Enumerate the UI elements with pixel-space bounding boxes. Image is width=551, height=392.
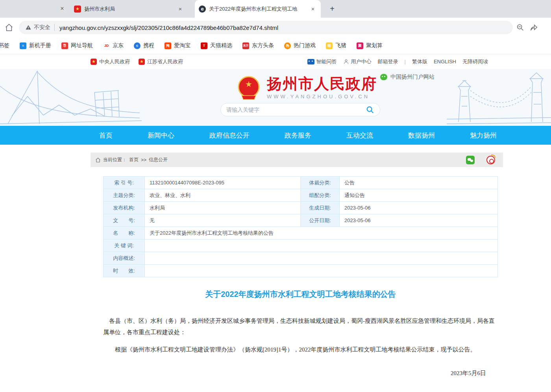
meta-value [145,252,498,265]
gov-emblem-icon: ★ [91,59,97,65]
bookmark-item[interactable]: 猪 飞猪 [326,42,346,49]
bookmark-item[interactable]: c 携程 [134,42,154,49]
home-icon[interactable] [5,23,13,32]
link-label: 中央人民政府 [99,58,130,65]
breadcrumb-current[interactable]: 信息公开 [149,156,168,163]
breadcrumb-home[interactable]: 首页 [129,156,139,163]
nav-item-services[interactable]: 政务服务 [285,131,311,140]
meta-label: 文 号: [104,214,145,227]
home-icon [95,157,101,163]
close-icon[interactable]: × [309,5,317,13]
new-tab-button[interactable]: + [327,3,338,14]
link-traditional[interactable]: 繁体版 [412,58,427,65]
browser-address-bar: 不安全 yangzhou.gov.cn/yzszxxgk/slj/202305/… [0,18,551,37]
meta-label: 组配分类: [301,189,340,202]
bridge-artwork-left [0,69,142,126]
bookmark-item[interactable]: 热 热门游戏 [284,42,316,49]
meta-value [145,239,498,252]
site-logo[interactable]: ★ 扬州市人民政府 WWW.YANGZHOU.GOV.CN [236,75,377,100]
link-central-gov[interactable]: ★ 中央人民政府 [91,58,130,65]
table-row: 名 称: 关于2022年度扬州市水利工程文明工地考核结果的公告 [104,227,498,239]
wechat-share-icon[interactable] [466,156,475,164]
wechat-icon [380,74,387,80]
meta-value: 2023-05-06 [340,214,498,227]
bookmark-label: 网址导航 [71,42,93,49]
gov-emblem-icon: ★ [139,59,145,65]
nav-item-charm[interactable]: 魅力扬州 [470,131,497,140]
national-emblem-icon: ★ [236,75,261,100]
bookmark-item[interactable]: JD 京东 [103,42,124,49]
search-icon[interactable] [366,105,374,114]
ctrip-icon: c [134,42,141,49]
nav-item-news[interactable]: 新闻中心 [148,131,174,140]
link-label: 江苏省人民政府 [147,58,183,65]
bookmark-item[interactable]: 聚 聚划算 [357,42,383,49]
bookmark-item[interactable]: 淘 爱淘宝 [165,42,190,49]
bookmark-item[interactable]: ≡ 新机手册 [20,42,51,49]
meta-value: 农业、林业、水利 [145,189,301,202]
close-icon[interactable]: × [176,5,184,13]
bookmark-label: 东方头条 [252,42,274,49]
meta-value: 公告 [340,177,498,189]
meta-value: 无 [145,214,301,227]
article-body: 关于2022年度扬州市水利工程文明工地考核结果的公告 各县（市、区）水利（务）局… [103,289,498,392]
meta-value: 关于2022年度扬州市水利工程文明工地考核结果的公告 [145,227,498,239]
meta-label: 发布机构: [104,202,145,214]
zoom-out-icon[interactable] [516,23,525,32]
meta-label: 索 引 号: [104,177,145,189]
bookmark-item[interactable]: 机书签 [0,42,9,49]
manual-icon: ≡ [20,42,26,49]
taobao-icon: 淘 [165,42,171,49]
article-date: 2023年5月6日 [103,370,498,377]
site-url: WWW.YANGZHOU.GOV.CN [267,94,377,99]
link-jiangsu-gov[interactable]: ★ 江苏省人民政府 [139,58,183,65]
site-utility-bar: ★ 中央人民政府 ★ 江苏省人民政府 智能问答 用户中心 邮箱登录 | 繁体版 … [0,54,551,69]
article-paragraph: 根据《扬州市水利工程文明工地建设管理办法》（扬水规[2019]1号），2022年… [103,344,498,355]
meta-label: 时 效: [104,265,145,277]
browser-tab-strip: × ★ 扬州市水利局 × e 关于2022年度扬州市水利工程文明工地 × + [0,0,551,18]
table-row: 主题分类: 农业、林业、水利 组配分类: 通知公告 [104,189,498,202]
eastday-icon: 东方 [242,42,249,49]
url-omnibox[interactable]: 不安全 yangzhou.gov.cn/yzszxxgk/slj/202305/… [19,21,513,34]
link-user-center[interactable]: 用户中心 [343,58,372,65]
bookmark-item[interactable]: T 天猫精选 [201,42,232,49]
meta-label: 名 称: [104,227,145,239]
close-icon[interactable]: × [58,5,66,13]
link-english[interactable]: ENGLISH [434,59,456,64]
url-text[interactable]: yangzhou.gov.cn/yzszxxgk/slj/202305/210c… [59,24,278,31]
meta-label: 生成日期: [301,202,340,214]
juhuasuan-icon: 聚 [357,42,363,49]
meta-value: 通知公告 [340,189,498,202]
security-status[interactable]: 不安全 [34,24,55,31]
bookmark-item[interactable]: 东方 东方头条 [242,42,274,49]
portal-link[interactable]: 中国扬州门户网站 [380,74,435,81]
link-accessibility[interactable]: 无障碍阅读 [462,58,488,65]
nav-item-interaction[interactable]: 互动交流 [346,131,373,140]
nav-item-home[interactable]: 首页 [99,131,113,140]
table-row: 时 效: [104,265,498,277]
portal-label: 中国扬州门户网站 [390,74,435,81]
bridge-artwork-right [447,69,551,126]
meta-value: 2023-05-06 [340,202,498,214]
site-favicon-icon: e [199,6,206,13]
site-banner: ★ 扬州市人民政府 WWW.YANGZHOU.GOV.CN 中国扬州门户网站 [0,69,551,126]
breadcrumb: 当前位置： 首页 >> 信息公开 [91,153,503,167]
link-smart-qa[interactable]: 智能问答 [307,58,337,65]
bookmark-item[interactable]: 导 网址导航 [61,42,93,49]
nav-item-info-disclosure[interactable]: 政府信息公开 [209,131,250,140]
bookmarks-bar: 机书签 ≡ 新机手册 导 网址导航 JD 京东 c 携程 淘 爱淘宝 T 天猫精… [0,37,551,54]
bookmark-label: 天猫精选 [210,42,232,49]
tab-water-bureau[interactable]: ★ 扬州市水利局 × [70,0,188,18]
nav-item-data[interactable]: 数据扬州 [408,131,435,140]
link-mail-login[interactable]: 邮箱登录 [378,58,398,65]
table-row: 发布机构: 水利局 生成日期: 2023-05-06 [104,202,498,214]
bookmark-label: 机书签 [0,42,9,49]
breadcrumb-separator: >> [141,157,146,163]
table-row: 内容概述: [104,252,498,265]
svg-text:★: ★ [245,80,252,88]
search-input[interactable] [226,107,366,113]
tab-announcement-active[interactable]: e 关于2022年度扬州市水利工程文明工地 × [195,0,321,18]
article-title: 关于2022年度扬州市水利工程文明工地考核结果的公告 [103,289,498,300]
share-icon[interactable] [529,23,538,32]
weibo-share-icon[interactable] [486,156,495,164]
